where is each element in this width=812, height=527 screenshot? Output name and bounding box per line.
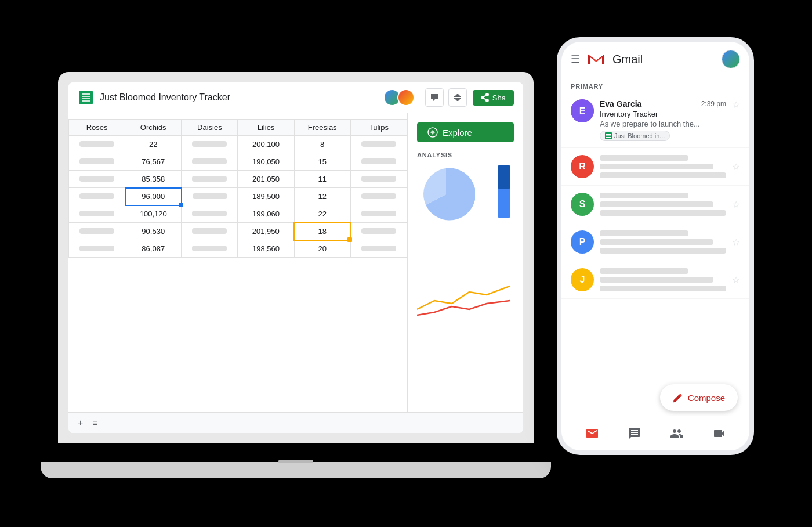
cell[interactable] [69, 188, 125, 205]
laptop-body: Just Bloomed Inventory Tracker [58, 72, 534, 443]
cell[interactable] [350, 153, 407, 171]
star-icon-j[interactable]: ☆ [732, 275, 740, 286]
cell[interactable]: 190,050 [238, 153, 294, 171]
share-label: Sha [492, 93, 506, 102]
cell[interactable] [182, 205, 238, 223]
add-sheet-icon[interactable]: + [78, 418, 83, 428]
svg-rect-4 [82, 100, 90, 102]
laptop: Just Bloomed Inventory Tracker [58, 72, 534, 478]
cell[interactable] [69, 171, 125, 188]
cell[interactable] [350, 188, 407, 205]
email-chip[interactable]: Just Bloomed in... [600, 131, 670, 141]
col-tulips[interactable]: Tulips [350, 120, 407, 136]
line [600, 277, 713, 283]
cell[interactable] [69, 205, 125, 223]
line [600, 286, 726, 291]
svg-rect-2 [82, 96, 90, 97]
nav-meet-icon[interactable] [670, 427, 684, 441]
email-row-j[interactable]: J ☆ [561, 261, 749, 299]
cell[interactable] [69, 240, 125, 258]
cell[interactable]: 15 [294, 153, 350, 171]
sheet-table: Roses Orchids Daisies Lilies Freesias Tu… [68, 119, 407, 258]
cell[interactable] [182, 223, 238, 240]
laptop-screen: Just Bloomed Inventory Tracker [68, 82, 523, 433]
cell-selected-blue[interactable]: 96,000 [125, 188, 182, 205]
cell[interactable]: 22 [125, 136, 182, 153]
fill-handle-yellow[interactable] [347, 237, 352, 242]
cell[interactable] [182, 240, 238, 258]
cell[interactable] [350, 223, 407, 240]
cell[interactable] [182, 188, 238, 205]
share-button[interactable]: Sha [473, 90, 514, 106]
col-freesias[interactable]: Freesias [294, 120, 350, 136]
cell[interactable] [182, 171, 238, 188]
cell[interactable]: 12 [294, 188, 350, 205]
cell[interactable] [182, 153, 238, 171]
cell[interactable] [182, 136, 238, 153]
email-row-r[interactable]: R ☆ [561, 148, 749, 186]
cell[interactable] [69, 223, 125, 240]
star-icon-eva[interactable]: ☆ [732, 99, 740, 110]
email-row-p[interactable]: P ☆ [561, 223, 749, 261]
avatar-j: J [571, 268, 594, 291]
move-icon[interactable] [448, 88, 467, 107]
star-icon-s[interactable]: ☆ [732, 199, 740, 210]
col-lilies[interactable]: Lilies [238, 120, 294, 136]
generic-lines-j [600, 268, 726, 291]
cell[interactable]: 200,100 [238, 136, 294, 153]
nav-video-icon[interactable] [712, 427, 726, 441]
cell[interactable] [350, 240, 407, 258]
table-row: 100,120 199,060 22 [69, 205, 407, 223]
email-item-featured[interactable]: E Eva Garcia 2:39 pm Inventory Tracker A… [561, 93, 749, 148]
sheets-title: Just Bloomed Inventory Tracker [100, 92, 378, 103]
cell[interactable]: 198,560 [238, 240, 294, 258]
cell[interactable]: 100,120 [125, 205, 182, 223]
email-preview: As we prepare to launch the... [600, 120, 726, 128]
spreadsheet[interactable]: Roses Orchids Daisies Lilies Freesias Tu… [68, 113, 407, 432]
nav-mail-icon[interactable] [585, 427, 599, 441]
cell[interactable]: 86,087 [125, 240, 182, 258]
fill-handle-blue[interactable] [179, 203, 183, 207]
email-row-s[interactable]: S ☆ [561, 186, 749, 223]
user-avatar[interactable] [722, 50, 740, 68]
gmail-title: Gmail [612, 53, 715, 66]
email-content-featured: Eva Garcia 2:39 pm Inventory Tracker As … [600, 99, 726, 142]
cell[interactable]: 201,950 [238, 223, 294, 240]
chart-container [417, 165, 514, 270]
cell[interactable] [69, 136, 125, 153]
compose-icon [673, 392, 683, 403]
pie-chart [417, 165, 475, 223]
explore-button[interactable]: Explore [417, 122, 514, 142]
cell[interactable]: 20 [294, 240, 350, 258]
cell[interactable] [350, 136, 407, 153]
svg-rect-9 [498, 165, 510, 189]
nav-chat-icon[interactable] [628, 427, 641, 441]
cell[interactable]: 189,500 [238, 188, 294, 205]
cell[interactable]: 90,530 [125, 223, 182, 240]
cell[interactable]: 85,358 [125, 171, 182, 188]
compose-button[interactable]: Compose [660, 384, 738, 411]
cell[interactable] [350, 205, 407, 223]
analysis-label: ANALYSIS [417, 151, 514, 158]
cell[interactable] [350, 171, 407, 188]
star-icon-r[interactable]: ☆ [732, 161, 740, 172]
table-row: 85,358 201,050 11 [69, 171, 407, 188]
cell-selected-yellow[interactable]: 18 [294, 223, 350, 240]
cell[interactable]: 11 [294, 171, 350, 188]
cell[interactable]: 76,567 [125, 153, 182, 171]
cell[interactable]: 22 [294, 205, 350, 223]
svg-rect-1 [82, 93, 90, 95]
col-orchids[interactable]: Orchids [125, 120, 182, 136]
sheets-list-icon[interactable]: ≡ [92, 418, 97, 428]
cell[interactable]: 8 [294, 136, 350, 153]
col-daisies[interactable]: Daisies [182, 120, 238, 136]
cell[interactable] [69, 153, 125, 171]
star-icon-p[interactable]: ☆ [732, 237, 740, 248]
line [600, 268, 688, 274]
hamburger-icon[interactable]: ☰ [571, 53, 580, 66]
col-roses[interactable]: Roses [69, 120, 125, 136]
cell[interactable]: 201,050 [238, 171, 294, 188]
comment-icon[interactable] [425, 88, 444, 107]
avatar-group [383, 89, 415, 106]
cell[interactable]: 199,060 [238, 205, 294, 223]
